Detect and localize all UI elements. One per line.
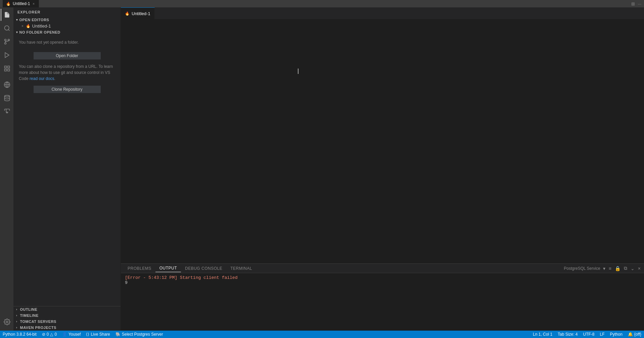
live-share-text: Live Share xyxy=(91,332,110,337)
sidebar-bottom-sections: › OUTLINE › TIMELINE › TOMCAT SERVERS › … xyxy=(13,306,121,331)
panel-list-icon[interactable]: ≡ xyxy=(608,265,612,272)
activity-item-extensions[interactable] xyxy=(1,62,13,75)
svg-point-11 xyxy=(5,95,10,97)
status-notifications[interactable]: 🔔 {off} xyxy=(625,331,644,338)
more-actions-icon[interactable]: ··· xyxy=(638,1,641,6)
svg-point-12 xyxy=(6,321,8,323)
outline-label: OUTLINE xyxy=(20,307,38,311)
status-live-share[interactable]: ⟨⟩ Live Share xyxy=(83,331,112,338)
open-editors-chevron: ▾ xyxy=(16,18,18,22)
svg-rect-8 xyxy=(5,69,7,71)
title-bar-tabs: 🔥 Untitled-1 × xyxy=(3,0,39,7)
status-line-ending[interactable]: LF xyxy=(597,331,607,338)
svg-marker-5 xyxy=(5,53,9,58)
timeline-chevron: › xyxy=(16,314,17,317)
errors-count: 0 xyxy=(47,332,49,337)
status-encoding[interactable]: UTF-8 xyxy=(580,331,597,338)
no-folder-text: You have not yet opened a folder. xyxy=(19,40,79,45)
live-share-icon: ⟨⟩ xyxy=(86,332,89,337)
panel-line-0: [Error - 5:43:12 PM] Starting client fai… xyxy=(125,275,640,280)
activity-item-remote[interactable] xyxy=(1,79,13,91)
panel-tab-debug-console[interactable]: DEBUG CONSOLE xyxy=(181,265,226,272)
svg-point-2 xyxy=(5,39,6,41)
panel-lock-icon[interactable]: 🔒 xyxy=(614,265,621,272)
editor-content[interactable] xyxy=(121,19,644,263)
title-bar-left: 🔥 Untitled-1 × xyxy=(3,0,39,7)
no-folder-label: NO FOLDER OPENED xyxy=(19,30,60,34)
status-language[interactable]: Python xyxy=(607,331,625,338)
panel-actions: PostgreSQL Service ▾ ≡ 🔒 ⧉ ⌄ × xyxy=(564,265,641,272)
yousef-text: Yousef xyxy=(68,332,81,337)
test-icon xyxy=(4,108,10,115)
tab-untitled-1[interactable]: 🔥 Untitled-1 × xyxy=(3,0,39,7)
open-editors-item-untitled[interactable]: × 🔥 Untitled-1 xyxy=(13,23,121,29)
editor-item-close-icon[interactable]: × xyxy=(21,24,24,28)
activity-bar xyxy=(0,7,13,331)
settings-icon xyxy=(4,319,10,325)
warnings-count: 0 xyxy=(54,332,57,337)
sidebar-item-timeline[interactable]: › TIMELINE xyxy=(13,312,121,319)
title-bar-right: ⊞ ··· xyxy=(631,1,641,6)
status-python-version[interactable]: Python 3.8.2 64-bit xyxy=(0,331,39,338)
notifications-text: {off} xyxy=(634,332,641,337)
status-tab-size[interactable]: Tab Size: 4 xyxy=(555,331,580,338)
activity-item-source-control[interactable] xyxy=(1,36,13,48)
run-icon xyxy=(4,52,10,58)
activity-item-test[interactable] xyxy=(1,105,13,118)
panel-tab-problems[interactable]: PROBLEMS xyxy=(124,265,155,272)
tab-label: Untitled-1 xyxy=(13,1,30,6)
activity-item-settings[interactable] xyxy=(1,316,13,328)
database-icon xyxy=(4,95,10,101)
bell-icon: 🔔 xyxy=(628,332,633,337)
editor-item-name: Untitled-1 xyxy=(32,24,51,29)
panel-close-icon[interactable]: × xyxy=(637,265,641,272)
status-bar-right: Ln 1, Col 1 Tab Size: 4 UTF-8 LF Python … xyxy=(530,331,644,338)
layout-icon[interactable]: ⊞ xyxy=(631,1,635,6)
sidebar: EXPLORER ▾ OPEN EDITORS × 🔥 Untitled-1 ▾… xyxy=(13,7,121,331)
panel: PROBLEMS OUTPUT DEBUG CONSOLE TERMINAL P… xyxy=(121,263,644,331)
activity-item-run[interactable] xyxy=(1,49,13,61)
status-yousef[interactable]: 👤 Yousef xyxy=(59,331,83,338)
status-errors[interactable]: ⊘ 0 △ 0 xyxy=(39,331,59,338)
activity-bar-bottom xyxy=(1,316,13,331)
outline-chevron: › xyxy=(16,308,17,311)
output-source-dropdown-icon[interactable]: ▾ xyxy=(602,265,606,272)
svg-point-0 xyxy=(5,26,9,30)
postgres-text: Select Postgres Server xyxy=(122,332,163,337)
no-folder-header[interactable]: ▾ NO FOLDER OPENED xyxy=(13,29,121,35)
activity-item-search[interactable] xyxy=(1,22,13,34)
open-editors-header[interactable]: ▾ OPEN EDITORS xyxy=(13,17,121,23)
source-control-icon xyxy=(4,38,10,45)
sidebar-item-tomcat-servers[interactable]: › TOMCAT SERVERS xyxy=(13,319,121,325)
no-folder-section: ▾ NO FOLDER OPENED You have not yet open… xyxy=(13,29,121,96)
user-icon: 👤 xyxy=(62,332,67,337)
status-bar-left: Python 3.8.2 64-bit ⊘ 0 △ 0 👤 Yousef ⟨⟩ … xyxy=(0,331,166,338)
panel-tabs: PROBLEMS OUTPUT DEBUG CONSOLE TERMINAL P… xyxy=(121,264,644,273)
tab-close-btn[interactable]: × xyxy=(32,2,35,6)
activity-item-explorer[interactable] xyxy=(1,9,13,21)
read-docs-link[interactable]: read our docs xyxy=(30,76,54,81)
panel-tab-output[interactable]: OUTPUT xyxy=(155,264,181,272)
panel-tab-terminal[interactable]: TERMINAL xyxy=(226,265,256,272)
tomcat-chevron: › xyxy=(16,320,17,323)
sidebar-item-maven-projects[interactable]: › MAVEN PROJECTS xyxy=(13,325,121,331)
status-postgres[interactable]: 🐘 Select Postgres Server xyxy=(113,331,166,338)
panel-collapse-icon[interactable]: ⌄ xyxy=(630,265,635,272)
main-area: EXPLORER ▾ OPEN EDITORS × 🔥 Untitled-1 ▾… xyxy=(0,7,644,331)
tomcat-servers-label: TOMCAT SERVERS xyxy=(20,320,56,324)
svg-point-3 xyxy=(5,43,6,44)
status-ln-col[interactable]: Ln 1, Col 1 xyxy=(530,331,555,338)
panel-copy-icon[interactable]: ⧉ xyxy=(623,265,628,272)
clone-text-after: . xyxy=(54,76,55,81)
editor-tabs-bar: 🔥 Untitled-1 xyxy=(121,7,644,19)
title-bar: 🔥 Untitled-1 × ⊞ ··· xyxy=(0,0,644,7)
clone-repository-button[interactable]: Clone Repository xyxy=(34,86,101,93)
panel-line-1: 9 xyxy=(125,280,640,285)
maven-projects-label: MAVEN PROJECTS xyxy=(20,326,56,330)
open-folder-button[interactable]: Open Folder xyxy=(34,52,101,59)
errors-icon: ⊘ xyxy=(42,332,45,337)
sidebar-item-outline[interactable]: › OUTLINE xyxy=(13,306,121,312)
editor-tab-untitled[interactable]: 🔥 Untitled-1 xyxy=(121,7,155,19)
sidebar-title: EXPLORER xyxy=(13,7,121,17)
activity-item-database[interactable] xyxy=(1,92,13,104)
